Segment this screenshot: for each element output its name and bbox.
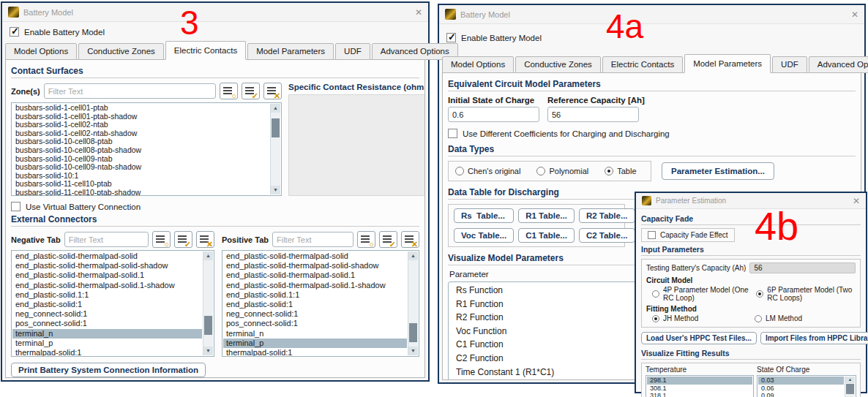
close-icon[interactable]: ✕	[851, 10, 858, 19]
list-item[interactable]: end_plastic-solid.1:1	[223, 290, 407, 300]
scrollbar[interactable]: ▲ ▼	[408, 252, 418, 355]
capacity-fade-effect-checkbox[interactable]	[648, 231, 656, 239]
negative-tab-list[interactable]: ▲ ▼ end_plastic-solid-thermalpad-soliden…	[11, 250, 214, 357]
virtual-battery-connection-checkbox[interactable]	[11, 202, 20, 211]
list-item[interactable]: 0.09	[758, 392, 844, 397]
list-item[interactable]: end_plastic-solid:1	[223, 300, 407, 309]
list-item[interactable]: busbars-solid-11-cell10-ptab-shadow	[12, 189, 269, 196]
ref-capacity-input[interactable]	[547, 107, 639, 122]
scroll-thumb[interactable]	[409, 323, 417, 342]
deselect-all-shown-button[interactable]: ✕	[263, 83, 282, 99]
list-item[interactable]: 0.03	[758, 377, 844, 385]
tab-electric-contacts[interactable]: Electric Contacts	[165, 41, 246, 60]
temperature-list[interactable]: 298.1308.1318.1	[646, 375, 754, 397]
deselect-all-shown-button[interactable]: ✕	[401, 231, 419, 248]
r2-table-button[interactable]: R2 Table...	[579, 208, 635, 223]
list-item[interactable]: Time Constant 1 (R1*C1)	[453, 366, 632, 379]
c1-table-button[interactable]: C1 Table...	[518, 228, 575, 243]
enable-battery-model-checkbox[interactable]	[10, 27, 19, 37]
list-item[interactable]: C2 Function	[453, 352, 632, 366]
radio-lm-method[interactable]: LM Method	[755, 314, 802, 322]
different-coefficients-checkbox[interactable]	[448, 129, 457, 138]
filter-match-button[interactable]: ○	[220, 83, 238, 99]
radio-6p-model[interactable]: 6P Parameter Model (Two RC Loops)	[756, 286, 856, 302]
list-item[interactable]: end_plastic-solid-thermalpad-solid-shado…	[223, 261, 407, 271]
radio-table[interactable]: Table	[605, 167, 636, 175]
scroll-down-icon[interactable]: ▼	[408, 347, 418, 355]
radio-polynomial[interactable]: Polynomial	[536, 167, 588, 175]
scroll-up-icon[interactable]: ▲	[845, 377, 855, 383]
list-item[interactable]: neg_connect-solid:1	[12, 309, 202, 319]
tab-electric-contacts[interactable]: Electric Contacts	[602, 56, 683, 73]
list-item[interactable]: end_plastic-solid-thermalpad-solid.1-sha…	[12, 281, 202, 290]
scroll-up-icon[interactable]: ▲	[271, 104, 280, 113]
scroll-thumb[interactable]	[204, 316, 212, 335]
list-item[interactable]: end_plastic-solid-thermalpad-solid.1-sha…	[223, 281, 407, 290]
select-all-shown-button[interactable]: ✓	[242, 83, 260, 99]
title-bar[interactable]: Battery Model ✕	[2, 3, 428, 22]
list-item[interactable]: end_plastic-solid.1:1	[12, 290, 202, 300]
enable-battery-model-checkbox[interactable]	[446, 33, 456, 42]
scroll-up-icon[interactable]: ▲	[408, 252, 418, 260]
list-item[interactable]: terminal_n	[12, 329, 202, 339]
list-item[interactable]: busbars-solid-1-cell01-ptab	[12, 104, 269, 113]
list-item[interactable]: thermalpad-solid:1	[223, 348, 407, 357]
list-item[interactable]: Time Constant 2 (R2*C2)	[453, 379, 632, 380]
list-item[interactable]: C1 Function	[453, 338, 632, 352]
tab-model-parameters[interactable]: Model Parameters	[684, 54, 771, 73]
radio-jh-method[interactable]: JH Method	[652, 314, 755, 322]
tab-model-options[interactable]: Model Options	[442, 56, 514, 73]
radio-chens-original[interactable]: Chen's original	[455, 167, 520, 175]
list-item[interactable]: 0.06	[758, 385, 844, 393]
scrollbar[interactable]: ▲ ▼	[845, 377, 855, 397]
voc-table-button[interactable]: Voc Table...	[454, 228, 514, 243]
positive-tab-filter-input[interactable]	[272, 232, 353, 247]
zones-list[interactable]: ▲ ▼ busbars-solid-1-cell01-ptabbusbars-s…	[11, 102, 282, 196]
list-item[interactable]: 298.1	[647, 377, 752, 385]
close-icon[interactable]: ✕	[415, 8, 422, 17]
c2-table-button[interactable]: C2 Table...	[579, 228, 635, 243]
title-bar[interactable]: Parameter Estimation ✕	[636, 193, 866, 209]
filter-match-button[interactable]: ○	[357, 231, 375, 248]
r1-table-button[interactable]: R1 Table...	[518, 208, 575, 223]
tab-model-options[interactable]: Model Options	[5, 43, 77, 60]
list-item[interactable]: busbars-solid-10-cell09-ntab-shadow	[12, 163, 269, 172]
close-icon[interactable]: ✕	[853, 197, 860, 205]
load-hppc-files-button[interactable]: Load User's HPPC Test Files...	[641, 332, 757, 344]
print-connection-info-button[interactable]: Print Battery System Connection Informat…	[11, 363, 206, 377]
list-item[interactable]: terminal_p	[223, 339, 407, 348]
parameter-list[interactable]: Rs FunctionR1 FunctionR2 FunctionVoc Fun…	[448, 281, 637, 380]
list-item[interactable]: end_plastic-solid-thermalpad-solid	[223, 252, 407, 261]
tab-model-parameters[interactable]: Model Parameters	[247, 43, 334, 60]
parameter-estimation-button[interactable]: Parameter Estimation...	[662, 162, 774, 180]
tab-conductive-zones[interactable]: Conductive Zones	[78, 43, 164, 60]
import-hppc-library-button[interactable]: Import Files from HPPC Library...	[760, 332, 868, 344]
initial-soc-input[interactable]	[448, 107, 539, 122]
rs-table-button[interactable]: Rs Table...	[454, 208, 514, 223]
positive-tab-list[interactable]: ▲ ▼ end_plastic-solid-thermalpad-soliden…	[222, 250, 419, 357]
scrollbar[interactable]: ▲ ▼	[203, 252, 213, 355]
list-item[interactable]: pos_connect-solid:1	[223, 319, 407, 328]
list-item[interactable]: end_plastic-solid-thermalpad-solid-shado…	[12, 261, 202, 271]
list-item[interactable]: terminal_p	[12, 339, 202, 348]
list-item[interactable]: terminal_n	[223, 329, 407, 339]
soc-list[interactable]: ▲ ▼ 0.030.060.090.120.150.30	[757, 375, 856, 397]
list-item[interactable]: end_plastic-solid-thermalpad-solid.1	[12, 271, 202, 280]
list-item[interactable]: R2 Function	[453, 311, 632, 325]
list-item[interactable]: thermalpad-solid:1	[12, 348, 202, 357]
scroll-down-icon[interactable]: ▼	[271, 186, 280, 194]
filter-match-button[interactable]: ○	[152, 231, 171, 248]
list-item[interactable]: end_plastic-solid-thermalpad-solid.1	[223, 271, 407, 280]
deselect-all-shown-button[interactable]: ✕	[196, 231, 214, 248]
list-item[interactable]: end_plastic-solid-thermalpad-solid	[12, 252, 202, 261]
list-item[interactable]: pos_connect-solid:1	[12, 319, 202, 328]
tab-advanced-options[interactable]: Advanced Options	[809, 56, 868, 73]
negative-tab-filter-input[interactable]	[64, 232, 149, 247]
select-all-shown-button[interactable]: ✓	[379, 231, 397, 248]
list-item[interactable]: R1 Function	[453, 298, 632, 311]
scroll-down-icon[interactable]: ▼	[203, 347, 213, 355]
scrollbar[interactable]: ▲ ▼	[270, 104, 280, 194]
list-item[interactable]: 308.1	[647, 385, 752, 393]
list-item[interactable]: neg_connect-solid:1	[223, 309, 407, 319]
tab-udf[interactable]: UDF	[772, 56, 807, 73]
